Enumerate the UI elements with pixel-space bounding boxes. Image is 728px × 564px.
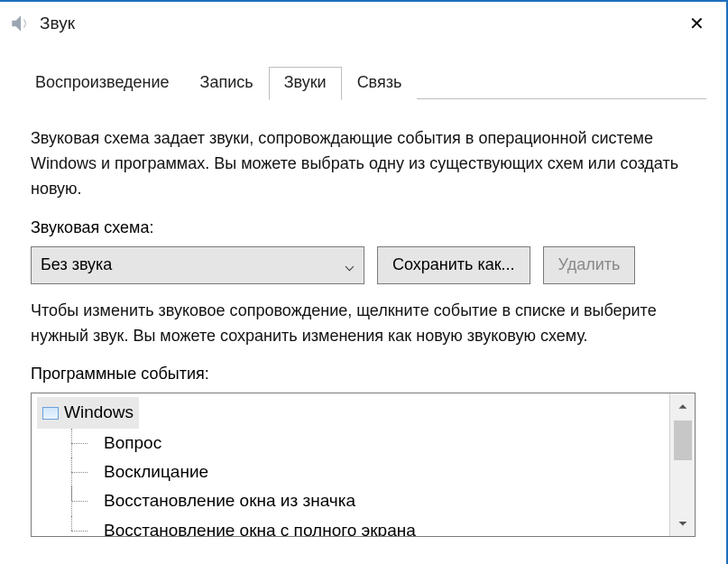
tab-communications[interactable]: Связь <box>342 67 418 99</box>
sound-scheme-description: Звуковая схема задает звуки, сопровождаю… <box>31 126 696 202</box>
tree-root-windows[interactable]: Windows <box>37 397 139 428</box>
windows-icon <box>42 407 59 420</box>
sound-scheme-value: Без звука <box>41 255 112 274</box>
tab-playback[interactable]: Воспроизведение <box>20 67 185 99</box>
scrollbar[interactable]: ⏶ ⏷ <box>669 393 695 536</box>
tree-inner: Windows Вопрос Восклицание Восстановлени… <box>32 393 669 536</box>
close-button[interactable]: ✕ <box>674 2 719 45</box>
tab-recording[interactable]: Запись <box>185 67 269 99</box>
delete-button: Удалить <box>543 246 636 284</box>
tab-content-sounds: Звуковая схема задает звуки, сопровождаю… <box>0 99 726 546</box>
speaker-icon <box>7 11 32 36</box>
sound-scheme-label: Звуковая схема: <box>31 218 696 237</box>
titlebar: Звук ✕ <box>0 2 726 45</box>
scroll-up-button[interactable]: ⏶ <box>670 393 695 419</box>
chevron-down-icon: ⌵ <box>345 255 355 275</box>
tree-root-label: Windows <box>64 398 134 427</box>
scroll-thumb[interactable] <box>674 421 692 460</box>
tree-item[interactable]: Восклицание <box>37 458 669 486</box>
tree-item[interactable]: Восстановление окна с полного экрана <box>37 516 669 538</box>
save-as-button[interactable]: Сохранить как... <box>377 246 530 284</box>
program-events-list[interactable]: Windows Вопрос Восклицание Восстановлени… <box>31 393 696 537</box>
tab-strip: Воспроизведение Запись Звуки Связь <box>0 45 726 99</box>
sound-scheme-combobox[interactable]: Без звука ⌵ <box>31 246 364 284</box>
window-title: Звук <box>40 14 674 33</box>
close-icon: ✕ <box>689 13 705 34</box>
scheme-row: Без звука ⌵ Сохранить как... Удалить <box>31 246 696 284</box>
tree-item[interactable]: Восстановление окна из значка <box>37 486 669 515</box>
tree-item[interactable]: Вопрос <box>37 429 669 458</box>
scroll-down-button[interactable]: ⏷ <box>670 511 695 536</box>
events-help-text: Чтобы изменить звуковое сопровождение, щ… <box>31 299 696 349</box>
tab-sounds[interactable]: Звуки <box>269 67 342 100</box>
program-events-label: Программные события: <box>31 365 696 384</box>
